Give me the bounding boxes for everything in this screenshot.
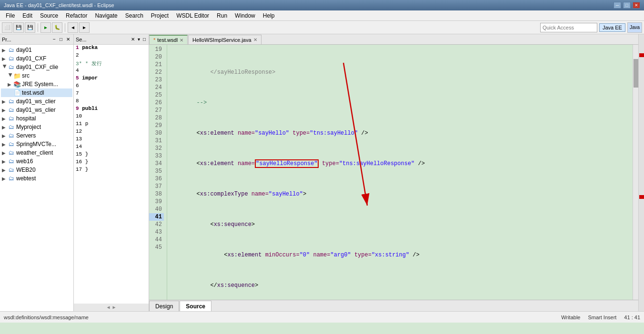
sidebar-item-jre[interactable]: ▶ 📚 JRE System... xyxy=(1,80,72,88)
line-num-30: 30 xyxy=(149,129,164,137)
sidebar-item-label: Servers xyxy=(16,132,36,139)
second-line-3: 3* * 发行 xyxy=(74,60,149,68)
window-controls[interactable]: ─ □ ✕ xyxy=(614,2,640,9)
menu-window[interactable]: Window xyxy=(231,11,259,20)
line-num-21: 21 xyxy=(149,61,164,69)
code-text: <xs:complexType name="sayHello"> xyxy=(169,190,306,198)
menu-source[interactable]: Source xyxy=(36,11,62,20)
maximize-button[interactable]: □ xyxy=(623,2,631,9)
line-num-23: 23 xyxy=(149,76,164,84)
menu-file[interactable]: File xyxy=(2,11,19,20)
second-menu[interactable]: ▾ xyxy=(137,36,141,42)
sidebar-item-web20[interactable]: ▶ 🗂 WEB20 xyxy=(1,166,72,174)
tab-modified-icon: * xyxy=(153,37,155,43)
second-line-12: 12 xyxy=(74,128,149,136)
menu-project[interactable]: Project xyxy=(147,11,172,20)
sidebar-item-day01-cxf[interactable]: ▶ 🗂 day01_CXF xyxy=(1,54,72,63)
sidebar-item-day01[interactable]: ▶ 🗂 day01 xyxy=(1,46,72,54)
line-num-36: 36 xyxy=(149,175,164,183)
project-icon: 🗂 xyxy=(8,115,15,122)
save-button[interactable]: 💾 xyxy=(13,22,24,33)
line-num-40: 40 xyxy=(149,206,164,213)
tab-hello-ws-impl[interactable]: HelloWSImplService.java ✕ xyxy=(188,35,261,44)
new-button[interactable]: ⬜ xyxy=(2,22,12,33)
sidebar-item-webtest[interactable]: ▶ 🗂 webtest xyxy=(1,174,72,183)
second-line-15: 15 } xyxy=(74,151,149,159)
sidebar-item-springmvc[interactable]: ▶ 🗂 SpringMVCTe... xyxy=(1,140,72,148)
menu-refactor[interactable]: Refactor xyxy=(62,11,91,20)
project-icon: 🗂 xyxy=(8,98,15,105)
menu-edit[interactable]: Edit xyxy=(19,11,36,20)
menu-help[interactable]: Help xyxy=(259,11,279,20)
title-text: Java EE - day01_CXF_client/test.wsdl - E… xyxy=(4,2,114,8)
second-editor-scroll[interactable]: ◀ ▶ xyxy=(74,304,149,311)
sidebar-item-day01-ws2[interactable]: ▶ 🗂 day01_ws_clier xyxy=(1,106,72,114)
sidebar-item-day01-cxf-client[interactable]: ▶ 🗂 day01_CXF_clie xyxy=(1,63,72,71)
folder-icon: 📁 xyxy=(13,72,21,79)
menu-bar: File Edit Source Refactor Navigate Searc… xyxy=(0,10,644,21)
sidebar-item-day01-ws1[interactable]: ▶ 🗂 day01_ws_clier xyxy=(1,97,72,106)
tab-test-wsdl[interactable]: * test.wsdl ✕ xyxy=(149,35,188,44)
perspective-java[interactable]: Java xyxy=(627,22,642,33)
minimize-button[interactable]: ─ xyxy=(614,2,621,9)
sidebar-item-weather[interactable]: ▶ 🗂 weather_client xyxy=(1,148,72,157)
collapse-icon[interactable]: − xyxy=(51,36,57,42)
sidebar-item-label: weather_client xyxy=(16,149,53,156)
java-source-panel: Se... ✕ ▾ □ 1 packa 2 3* * 发行 4 5 impor … xyxy=(74,34,149,311)
close-icon[interactable]: ✕ xyxy=(65,36,71,42)
second-line-11: 11 p xyxy=(74,121,149,128)
package-explorer-header: Pr... − □ ✕ xyxy=(0,34,73,45)
sidebar-item-label: web16 xyxy=(16,158,33,165)
code-editor[interactable]: 19 20 21 22 23 24 25 26 27 28 29 30 31 3… xyxy=(149,45,638,300)
second-close[interactable]: ✕ xyxy=(130,36,136,42)
menu-wsdl-editor[interactable]: WSDL Editor xyxy=(172,11,213,20)
second-line-2: 2 xyxy=(74,52,149,60)
tab-design[interactable]: Design xyxy=(149,301,179,311)
project-icon: 🗂 xyxy=(8,175,15,182)
line-num-39: 39 xyxy=(149,198,164,206)
sidebar-item-web16[interactable]: ▶ 🗂 web16 xyxy=(1,157,72,166)
scrollbar-thumb[interactable] xyxy=(634,59,638,88)
run-button[interactable]: ▶ xyxy=(40,22,51,33)
second-line-7: 7 xyxy=(74,90,149,98)
project-icon: 🗂 xyxy=(8,55,15,62)
second-max[interactable]: □ xyxy=(142,36,147,42)
prev-button[interactable]: ◀ xyxy=(68,22,78,33)
sidebar-item-test-wsdl[interactable]: ▶ 📄 test.wsdl xyxy=(1,88,72,97)
tab-close-wsdl[interactable]: ✕ xyxy=(180,38,183,43)
sidebar-item-label: test.wsdl xyxy=(22,89,44,96)
sidebar-item-servers[interactable]: ▶ 🗂 Servers xyxy=(1,131,72,140)
line-num-28: 28 xyxy=(149,114,164,122)
line-num-25: 25 xyxy=(149,91,164,99)
code-content[interactable]: </sayHelloResponse> --> <xs:element name… xyxy=(167,45,633,300)
package-explorer-panel: Pr... − □ ✕ ▶ 🗂 day01 ▶ 🗂 day01_CXF ▶ 🗂 xyxy=(0,34,74,311)
menu-run[interactable]: Run xyxy=(213,11,231,20)
maximize-icon[interactable]: □ xyxy=(58,36,64,42)
quick-access-input[interactable] xyxy=(540,23,597,32)
code-text: <xs:element name="sayHelloResponse" type… xyxy=(169,160,425,167)
debug-button[interactable]: 🐛 xyxy=(52,22,62,33)
line-num-43: 43 xyxy=(149,228,164,236)
menu-navigate[interactable]: Navigate xyxy=(91,11,121,20)
status-bar: wsdl:definitions/wsdl:message/name Writa… xyxy=(0,311,644,323)
editor-tabs: * test.wsdl ✕ HelloWSImplService.java ✕ xyxy=(149,34,638,45)
tab-close-java[interactable]: ✕ xyxy=(253,37,257,42)
menu-search[interactable]: Search xyxy=(121,11,147,20)
tree-arrow-down: ▶ xyxy=(2,64,8,70)
perspective-java-ee[interactable]: Java EE xyxy=(599,23,625,32)
title-bar: Java EE - day01_CXF_client/test.wsdl - E… xyxy=(0,0,644,10)
code-text: <xs:element minOccurs="0" name="arg0" ty… xyxy=(169,251,420,259)
tree-arrow: ▶ xyxy=(2,99,8,104)
line-num-32: 32 xyxy=(149,145,164,152)
close-button[interactable]: ✕ xyxy=(633,2,640,9)
next-button[interactable]: ▶ xyxy=(79,22,90,33)
save-all-button[interactable]: 💾 xyxy=(25,22,35,33)
sidebar-item-src[interactable]: ▶ 📁 src xyxy=(1,71,72,80)
sidebar-item-hospital[interactable]: ▶ 🗂 hospital xyxy=(1,114,72,123)
sidebar-item-myproject[interactable]: ▶ 🗂 Myproject xyxy=(1,123,72,131)
tab-source[interactable]: Source xyxy=(180,301,211,311)
sidebar-header-icons[interactable]: − □ ✕ xyxy=(51,36,71,42)
project-icon: 🗂 xyxy=(8,123,15,131)
vertical-scrollbar[interactable] xyxy=(633,45,638,300)
second-line-13: 13 xyxy=(74,136,149,144)
